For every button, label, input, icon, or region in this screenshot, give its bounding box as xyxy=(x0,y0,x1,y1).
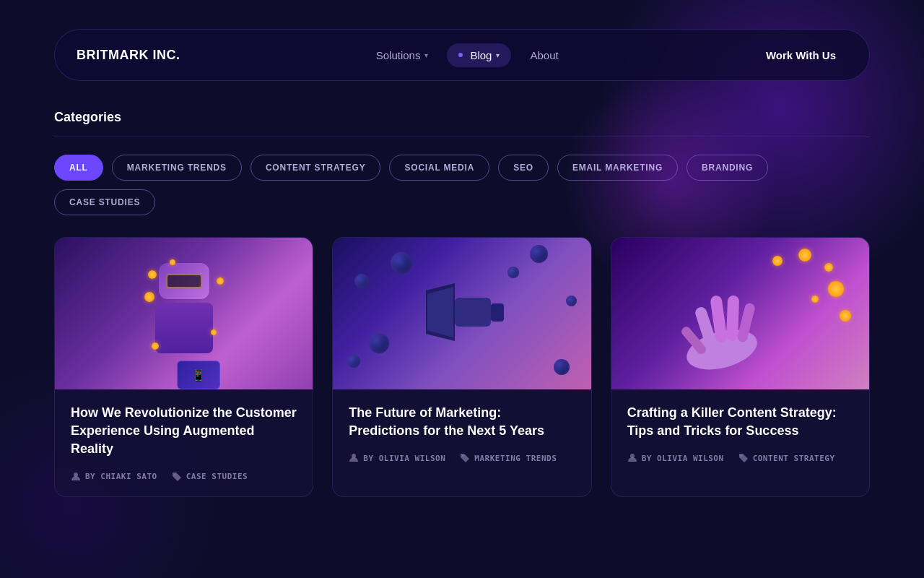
tag-icon-3 xyxy=(738,453,749,463)
card-3-meta: BY OLIVIA WILSON CONTENT STRATEGY xyxy=(627,453,853,463)
hand-svg xyxy=(668,256,812,371)
pill-branding[interactable]: BRANDING xyxy=(687,155,768,181)
pill-content-strategy[interactable]: CONTENT STRATEGY xyxy=(250,155,381,181)
card-2-image xyxy=(333,238,590,389)
megaphone-container xyxy=(411,276,513,351)
card-1-tag: CASE STUDIES xyxy=(172,472,248,482)
card-2-body: The Future of Marketing: Predictions for… xyxy=(333,389,590,478)
categories-divider xyxy=(54,137,870,137)
categories-section: Categories ALL MARKETING TRENDS CONTENT … xyxy=(54,110,870,215)
card-1-body: How We Revolutionize the Customer Experi… xyxy=(55,389,313,496)
card-1-author: BY CHIAKI SATO xyxy=(71,472,157,482)
card-2[interactable]: The Future of Marketing: Predictions for… xyxy=(332,237,591,497)
megaphone-svg xyxy=(411,276,513,348)
solutions-chevron-icon: ▾ xyxy=(424,51,428,59)
svg-point-7 xyxy=(462,455,463,457)
nav-about[interactable]: About xyxy=(518,43,570,67)
about-label: About xyxy=(530,49,558,61)
vr-figure: 📱 xyxy=(141,256,227,371)
card-1[interactable]: 📱 How We Revolutionize the C xyxy=(54,237,313,497)
work-with-us-button[interactable]: Work With Us xyxy=(754,43,847,67)
card-2-title: The Future of Marketing: Predictions for… xyxy=(349,404,575,440)
svg-point-1 xyxy=(174,474,175,475)
categories-title: Categories xyxy=(54,110,870,125)
card-1-meta: BY CHIAKI SATO CASE STUDIES xyxy=(71,472,297,482)
svg-rect-11 xyxy=(726,296,739,342)
card-1-image: 📱 xyxy=(55,238,313,389)
pill-social-media[interactable]: SOCIAL MEDIA xyxy=(389,155,489,181)
blog-chevron-icon: ▾ xyxy=(496,51,500,59)
pill-case-studies[interactable]: CASE STUDIES xyxy=(54,189,155,215)
card-3-title: Crafting a Killer Content Strategy: Tips… xyxy=(627,404,853,440)
blog-label: Blog xyxy=(470,49,492,61)
svg-point-15 xyxy=(741,455,742,457)
nav-blog[interactable]: Blog ▾ xyxy=(447,43,511,67)
blog-active-dot xyxy=(458,53,463,57)
card-3-tag: CONTENT STRATEGY xyxy=(738,453,835,463)
card-2-meta: BY OLIVIA WILSON MARKETING TRENDS xyxy=(349,453,575,463)
person-icon xyxy=(71,472,81,482)
tag-icon-2 xyxy=(460,453,470,463)
nav-solutions[interactable]: Solutions ▾ xyxy=(365,43,440,67)
pill-all[interactable]: ALL xyxy=(54,155,103,181)
pill-seo[interactable]: SEO xyxy=(498,155,549,181)
brand-logo[interactable]: BRITMARK INC. xyxy=(77,48,180,63)
svg-rect-3 xyxy=(455,298,491,327)
svg-rect-4 xyxy=(491,303,504,322)
card-2-tag: MARKETING TRENDS xyxy=(460,453,557,463)
cards-grid: 📱 How We Revolutionize the C xyxy=(54,237,870,497)
card-3-author: BY OLIVIA WILSON xyxy=(627,453,724,463)
nav-links: Solutions ▾ Blog ▾ About xyxy=(365,43,570,67)
svg-marker-5 xyxy=(427,287,453,337)
solutions-label: Solutions xyxy=(376,49,421,61)
card-2-author: BY OLIVIA WILSON xyxy=(349,453,445,463)
person-icon-2 xyxy=(349,453,359,463)
card-3-image xyxy=(611,238,869,389)
category-pills: ALL MARKETING TRENDS CONTENT STRATEGY SO… xyxy=(54,155,870,215)
person-icon-3 xyxy=(627,453,637,463)
tag-icon xyxy=(172,472,182,482)
main-content: Categories ALL MARKETING TRENDS CONTENT … xyxy=(0,110,924,497)
navbar: BRITMARK INC. Solutions ▾ Blog ▾ About W… xyxy=(54,29,870,81)
card-1-title: How We Revolutionize the Customer Experi… xyxy=(71,404,297,459)
card-3-body: Crafting a Killer Content Strategy: Tips… xyxy=(611,389,869,478)
pill-email-marketing[interactable]: EMAIL MARKETING xyxy=(557,155,678,181)
card-3[interactable]: Crafting a Killer Content Strategy: Tips… xyxy=(611,237,870,497)
pill-marketing-trends[interactable]: MARKETING TRENDS xyxy=(112,155,242,181)
